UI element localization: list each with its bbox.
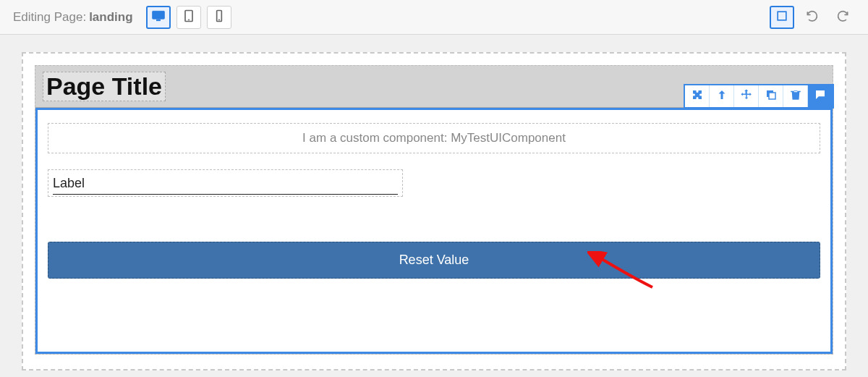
move-action-button[interactable] bbox=[734, 85, 759, 107]
selection-mode-button[interactable] bbox=[770, 6, 794, 29]
comment-icon bbox=[814, 88, 827, 104]
editing-prefix: Editing Page: bbox=[13, 10, 86, 25]
viewport-buttons bbox=[146, 6, 231, 29]
desktop-icon bbox=[151, 9, 166, 26]
svg-point-3 bbox=[188, 19, 189, 20]
redo-button[interactable] bbox=[830, 6, 855, 29]
svg-rect-8 bbox=[769, 93, 775, 99]
delete-action-button[interactable] bbox=[783, 85, 808, 107]
canvas-area: Page Title bbox=[0, 35, 868, 377]
element-action-toolbar bbox=[684, 84, 834, 109]
puzzle-icon bbox=[691, 88, 704, 104]
tablet-viewport-button[interactable] bbox=[176, 6, 201, 29]
copy-icon bbox=[765, 88, 778, 104]
trash-icon bbox=[789, 88, 802, 104]
canvas-outer[interactable]: Page Title bbox=[22, 52, 846, 370]
tablet-icon bbox=[182, 9, 196, 26]
redo-icon bbox=[835, 9, 850, 26]
editing-page-label: Editing Page: landing bbox=[13, 10, 133, 25]
top-toolbar: Editing Page: landing bbox=[0, 0, 868, 35]
page-header[interactable]: Page Title bbox=[35, 66, 833, 108]
puzzle-action-button[interactable] bbox=[685, 85, 710, 107]
move-up-action-button[interactable] bbox=[710, 85, 734, 107]
move-icon bbox=[740, 88, 753, 104]
undo-icon bbox=[805, 9, 820, 26]
editing-page-name: landing bbox=[89, 10, 132, 25]
comment-action-button[interactable] bbox=[808, 85, 833, 107]
svg-rect-0 bbox=[152, 11, 164, 19]
label-field-text[interactable]: Label bbox=[53, 176, 398, 195]
right-toolbar bbox=[770, 6, 855, 29]
page-body[interactable]: I am a custom component: MyTestUICompone… bbox=[35, 108, 833, 354]
label-field-block[interactable]: Label bbox=[48, 169, 403, 197]
custom-component-banner[interactable]: I am a custom component: MyTestUICompone… bbox=[48, 123, 820, 153]
square-icon bbox=[775, 9, 789, 26]
reset-value-button[interactable]: Reset Value bbox=[48, 242, 820, 279]
arrow-up-icon bbox=[715, 88, 728, 104]
mobile-viewport-button[interactable] bbox=[207, 6, 231, 29]
svg-rect-1 bbox=[156, 20, 160, 21]
duplicate-action-button[interactable] bbox=[759, 85, 783, 107]
mobile-icon bbox=[212, 9, 226, 26]
desktop-viewport-button[interactable] bbox=[146, 6, 171, 29]
page-title[interactable]: Page Title bbox=[43, 72, 166, 101]
page-frame: Page Title bbox=[35, 65, 833, 355]
svg-point-5 bbox=[218, 19, 219, 20]
svg-rect-6 bbox=[778, 12, 786, 20]
undo-button[interactable] bbox=[800, 6, 825, 29]
